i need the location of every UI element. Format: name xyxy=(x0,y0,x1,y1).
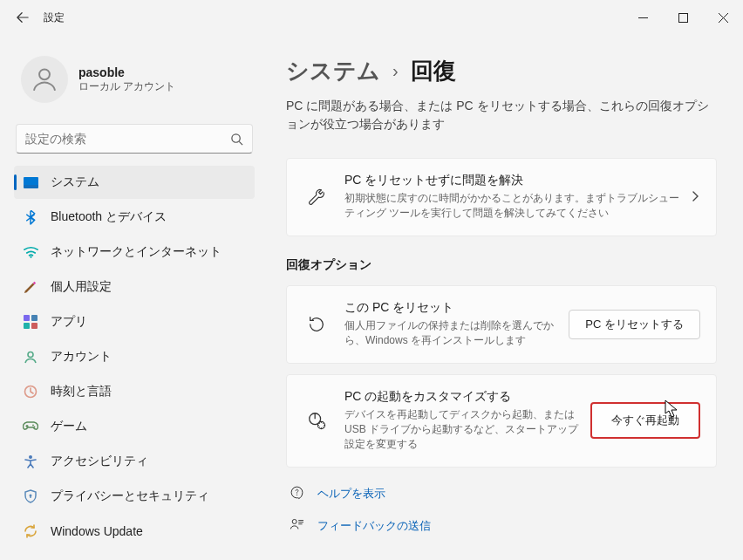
reset-icon xyxy=(303,315,331,334)
person-icon xyxy=(30,65,59,94)
sidebar-item-bluetooth[interactable]: Bluetooth とデバイス xyxy=(14,201,255,234)
sidebar-item-system[interactable]: システム xyxy=(14,166,255,199)
window-title: 設定 xyxy=(44,10,65,25)
svg-line-6 xyxy=(239,141,242,145)
sidebar-item-accounts[interactable]: アカウント xyxy=(14,340,255,373)
update-icon xyxy=(19,524,42,538)
svg-rect-12 xyxy=(24,323,30,329)
reset-title: この PC をリセット xyxy=(344,300,558,316)
sidebar-item-label: アカウント xyxy=(51,349,112,365)
arrow-left-icon xyxy=(17,11,29,24)
sidebar: pasoble ローカル アカウント システムBluetooth とデバイスネッ… xyxy=(0,35,262,560)
system-icon xyxy=(19,177,42,188)
sidebar-item-label: プライバシーとセキュリティ xyxy=(51,488,209,504)
window-controls xyxy=(623,3,743,31)
search-icon xyxy=(230,133,243,146)
back-button[interactable] xyxy=(9,3,37,31)
sidebar-item-time[interactable]: 時刻と言語 xyxy=(14,375,255,408)
svg-point-16 xyxy=(32,425,34,427)
advanced-title: PC の起動をカスタマイズする xyxy=(344,389,580,405)
privacy-icon xyxy=(19,489,42,503)
maximize-button[interactable] xyxy=(663,3,703,31)
svg-point-24 xyxy=(292,519,297,523)
user-name: pasoble xyxy=(78,65,175,79)
help-icon xyxy=(290,485,307,503)
sidebar-item-label: アクセシビリティ xyxy=(51,454,148,469)
svg-point-17 xyxy=(34,427,36,428)
sidebar-item-label: アプリ xyxy=(51,314,87,330)
user-subtitle: ローカル アカウント xyxy=(78,79,175,94)
svg-point-9 xyxy=(30,256,31,258)
accounts-icon xyxy=(19,350,42,364)
feedback-link[interactable]: フィードバックの送信 xyxy=(317,518,431,534)
time-icon xyxy=(19,385,42,399)
sidebar-item-label: 個人用設定 xyxy=(51,279,112,295)
sidebar-item-personalization[interactable]: 個人用設定 xyxy=(14,270,255,304)
sidebar-item-label: Windows Update xyxy=(51,524,143,538)
maximize-icon xyxy=(678,13,688,23)
help-link[interactable]: ヘルプを表示 xyxy=(317,486,385,502)
svg-point-18 xyxy=(29,455,32,459)
nav-list: システムBluetooth とデバイスネットワークとインターネット個人用設定アプ… xyxy=(14,166,255,548)
accessibility-icon xyxy=(19,454,42,468)
chevron-right-icon: › xyxy=(392,61,399,81)
sidebar-item-label: ゲーム xyxy=(51,419,87,434)
minimize-button[interactable] xyxy=(623,3,663,31)
svg-point-23 xyxy=(297,495,297,495)
svg-rect-13 xyxy=(31,323,37,329)
svg-point-4 xyxy=(39,69,50,79)
page-description: PC に問題がある場合、または PC をリセットする場合、これらの回復オプション… xyxy=(286,97,717,133)
troubleshoot-desc: 初期状態に戻すのに時間がかかることがあります。まずトラブルシューティング ツール… xyxy=(344,191,679,222)
troubleshoot-card[interactable]: PC をリセットせずに問題を解決 初期状態に戻すのに時間がかかることがあります。… xyxy=(286,158,717,236)
troubleshoot-title: PC をリセットせずに問題を解決 xyxy=(344,173,679,188)
sidebar-item-label: システム xyxy=(51,174,99,190)
svg-point-5 xyxy=(232,133,240,141)
sidebar-item-label: Bluetooth とデバイス xyxy=(51,209,167,225)
section-title: 回復オプション xyxy=(286,257,717,273)
svg-rect-8 xyxy=(24,185,38,188)
sidebar-item-label: ネットワークとインターネット xyxy=(51,244,222,260)
search-input[interactable] xyxy=(25,132,230,146)
apps-icon xyxy=(19,315,42,329)
help-link-row: ヘルプを表示 xyxy=(286,478,717,510)
breadcrumb: システム › 回復 xyxy=(286,56,717,86)
avatar xyxy=(21,56,68,103)
sidebar-item-update[interactable]: Windows Update xyxy=(14,515,255,548)
user-block[interactable]: pasoble ローカル アカウント xyxy=(14,49,255,120)
restart-now-button[interactable]: 今すぐ再起動 xyxy=(590,402,700,439)
reset-pc-card: この PC をリセット 個人用ファイルの保持または削除を選んでから、Window… xyxy=(286,285,717,364)
power-settings-icon xyxy=(303,411,331,430)
bluetooth-icon xyxy=(19,210,42,225)
close-button[interactable] xyxy=(703,3,743,31)
svg-rect-10 xyxy=(24,315,30,321)
sidebar-item-accessibility[interactable]: アクセシビリティ xyxy=(14,445,255,478)
chevron-right-icon xyxy=(690,189,700,205)
sidebar-item-label: 時刻と言語 xyxy=(51,384,112,400)
sidebar-item-privacy[interactable]: プライバシーとセキュリティ xyxy=(14,480,255,513)
advanced-desc: デバイスを再起動してディスクから起動、または USB ドライブから起動するなど、… xyxy=(344,407,580,453)
wrench-icon xyxy=(303,188,331,207)
sidebar-item-network[interactable]: ネットワークとインターネット xyxy=(14,236,255,269)
reset-desc: 個人用ファイルの保持または削除を選んでから、Windows を再インストールしま… xyxy=(344,318,558,349)
breadcrumb-parent[interactable]: システム xyxy=(286,56,380,86)
advanced-startup-card: PC の起動をカスタマイズする デバイスを再起動してディスクから起動、または U… xyxy=(286,374,717,468)
close-icon xyxy=(719,13,728,23)
minimize-icon xyxy=(638,13,648,23)
reset-pc-button[interactable]: PC をリセットする xyxy=(569,310,700,339)
feedback-icon xyxy=(290,517,307,536)
svg-rect-11 xyxy=(31,315,37,321)
feedback-link-row: フィードバックの送信 xyxy=(286,510,717,543)
search-box[interactable] xyxy=(16,124,253,154)
page-title: 回復 xyxy=(411,56,456,86)
network-icon xyxy=(19,246,42,258)
content-area: システム › 回復 PC に問題がある場合、または PC をリセットする場合、こ… xyxy=(262,35,743,560)
sidebar-item-apps[interactable]: アプリ xyxy=(14,305,255,338)
gaming-icon xyxy=(19,421,42,432)
titlebar: 設定 xyxy=(0,0,743,35)
personalization-icon xyxy=(19,280,42,294)
svg-rect-1 xyxy=(678,13,687,22)
svg-point-14 xyxy=(28,352,33,358)
sidebar-item-gaming[interactable]: ゲーム xyxy=(14,410,255,443)
